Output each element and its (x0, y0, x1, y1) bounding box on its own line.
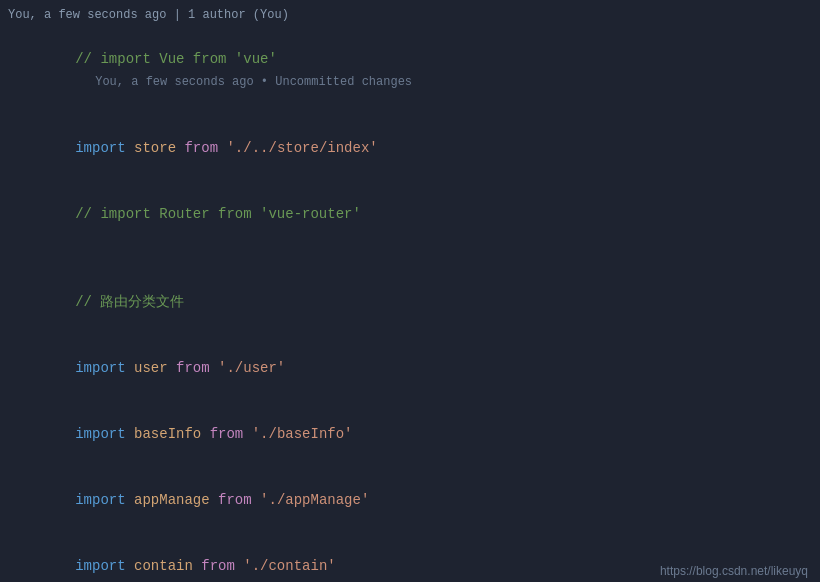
git-blame-bar: You, a few seconds ago | 1 author (You) (0, 4, 820, 26)
editor-container: You, a few seconds ago | 1 author (You) … (0, 0, 820, 582)
code-area: You, a few seconds ago | 1 author (You) … (0, 0, 820, 582)
line-content: import baseInfo from './baseInfo' (8, 401, 812, 467)
line-content: import user from './user' (8, 335, 812, 401)
line-content: // 路由分类文件 (8, 269, 812, 335)
line-content: // import Router from 'vue-router' (8, 181, 812, 247)
code-line: import user from './user' (0, 335, 820, 401)
line-content: import appManage from './appManage' (8, 467, 812, 533)
blank-line (0, 247, 820, 269)
status-bar: https://blog.csdn.net/likeuyq (648, 560, 820, 582)
line-content: // import Vue from 'vue' You, a few seco… (8, 26, 812, 115)
code-line: import baseInfo from './baseInfo' (0, 401, 820, 467)
code-line: // 路由分类文件 (0, 269, 820, 335)
line-content: import store from './../store/index' (8, 115, 812, 181)
inline-blame: You, a few seconds ago • Uncommitted cha… (95, 75, 412, 89)
status-url: https://blog.csdn.net/likeuyq (660, 564, 808, 578)
code-line: import store from './../store/index' (0, 115, 820, 181)
code-line: import appManage from './appManage' (0, 467, 820, 533)
code-line: // import Router from 'vue-router' (0, 181, 820, 247)
code-line: // import Vue from 'vue' You, a few seco… (0, 26, 820, 115)
git-blame-text: You, a few seconds ago | 1 author (You) (8, 4, 812, 26)
